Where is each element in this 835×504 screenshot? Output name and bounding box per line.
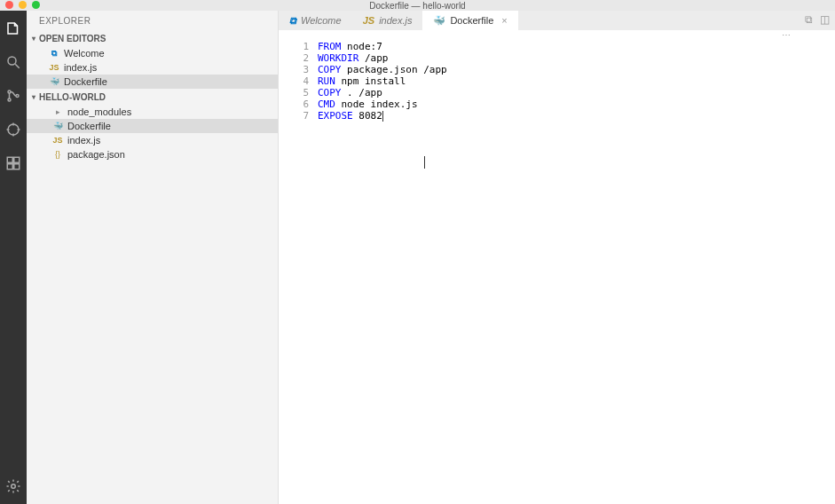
line-number: 6 [279, 98, 309, 110]
explorer-sidebar: EXPLORER ▾ OPEN EDITORS ⧉ Welcome JS ind… [27, 11, 279, 504]
svg-rect-13 [14, 164, 20, 169]
open-editor-indexjs[interactable]: JS index.js [27, 60, 278, 75]
text-cursor [382, 111, 383, 122]
titlebar: Dockerfile — hello-world [0, 0, 835, 11]
svg-point-0 [8, 57, 16, 65]
extensions-icon[interactable] [4, 154, 22, 172]
svg-rect-12 [7, 164, 12, 169]
svg-point-3 [8, 98, 11, 101]
svg-point-2 [8, 91, 11, 93]
svg-line-1 [15, 64, 20, 68]
chevron-down-icon: ▾ [32, 93, 35, 101]
svg-rect-11 [14, 157, 20, 162]
open-editors-header[interactable]: ▾ OPEN EDITORS [27, 30, 278, 46]
file-indexjs[interactable]: JS index.js [27, 133, 278, 147]
code-line: COPY . /app [318, 87, 835, 98]
docker-file-icon: 🐳 [51, 120, 64, 132]
code-line: FROM node:7 [318, 41, 835, 52]
close-tab-icon[interactable]: × [501, 15, 507, 26]
line-gutter: 1 2 3 4 5 6 7 [279, 39, 318, 504]
minimize-window-button[interactable] [19, 1, 27, 9]
tab-bar: ⧉ Welcome JS index.js 🐳 Dockerfile × ⧉ ◫ [279, 11, 835, 30]
item-label: Dockerfile [64, 76, 107, 87]
tab-indexjs[interactable]: JS index.js [352, 11, 423, 30]
svg-point-5 [8, 124, 19, 135]
docker-file-icon: 🐳 [48, 75, 60, 88]
tab-label: Dockerfile [450, 15, 493, 26]
chevron-down-icon: ▾ [32, 35, 35, 43]
code-line: COPY package.json /app [318, 64, 835, 75]
explorer-title: EXPLORER [27, 11, 278, 30]
js-file-icon: JS [48, 61, 60, 74]
open-editor-dockerfile[interactable]: 🐳 Dockerfile [27, 75, 278, 89]
vscode-icon: ⧉ [48, 47, 60, 59]
activity-bar [0, 11, 27, 504]
maximize-window-button[interactable] [32, 1, 40, 9]
item-label: Welcome [64, 48, 105, 59]
item-label: package.json [67, 149, 125, 160]
diff-icon[interactable]: ⧉ [805, 13, 813, 26]
chevron-right-icon: ▸ [51, 106, 64, 118]
tab-label: Welcome [301, 15, 342, 26]
main-layout: EXPLORER ▾ OPEN EDITORS ⧉ Welcome JS ind… [0, 11, 835, 504]
svg-rect-10 [7, 157, 12, 162]
code-line: EXPOSE 8082 [318, 110, 835, 122]
close-window-button[interactable] [5, 1, 13, 9]
search-icon[interactable] [4, 53, 22, 71]
code-content[interactable]: FROM node:7 WORKDIR /app COPY package.js… [318, 39, 835, 504]
window-title: Dockerfile — hello-world [369, 1, 465, 11]
open-editor-welcome[interactable]: ⧉ Welcome [27, 46, 278, 60]
item-label: node_modules [67, 106, 131, 117]
editor-area: ⧉ Welcome JS index.js 🐳 Dockerfile × ⧉ ◫… [279, 11, 835, 504]
traffic-lights [5, 1, 40, 9]
item-label: index.js [67, 135, 100, 146]
item-label: Dockerfile [67, 121, 111, 131]
tab-dockerfile[interactable]: 🐳 Dockerfile × [422, 11, 517, 30]
debug-icon[interactable] [4, 121, 22, 138]
line-number: 7 [279, 110, 309, 122]
file-dockerfile[interactable]: 🐳 Dockerfile [27, 119, 278, 133]
files-icon[interactable] [4, 20, 22, 37]
line-number: 3 [279, 64, 309, 75]
tab-actions: ⧉ ◫ [805, 13, 830, 26]
code-line: CMD node index.js [318, 98, 835, 110]
code-editor[interactable]: 1 2 3 4 5 6 7 FROM node:7 WORKDIR /app C… [279, 39, 835, 504]
settings-gear-icon[interactable] [4, 477, 22, 495]
line-number: 2 [279, 52, 309, 64]
line-number: 5 [279, 87, 309, 98]
tab-welcome[interactable]: ⧉ Welcome [279, 11, 352, 30]
item-label: index.js [64, 62, 97, 73]
project-header[interactable]: ▾ HELLO-WORLD [27, 89, 278, 105]
line-number: 1 [279, 41, 309, 52]
split-editor-icon[interactable]: ◫ [820, 13, 830, 26]
more-icon[interactable]: ⋯ [782, 30, 791, 40]
vscode-icon: ⧉ [289, 15, 296, 27]
js-file-icon: JS [363, 15, 374, 26]
section-label: HELLO-WORLD [39, 92, 106, 102]
tab-label: index.js [379, 15, 412, 26]
code-line: RUN npm install [318, 75, 835, 87]
source-control-icon[interactable] [4, 87, 22, 105]
svg-point-4 [16, 95, 19, 98]
svg-point-14 [12, 484, 16, 489]
section-label: OPEN EDITORS [39, 34, 106, 43]
editor-breadcrumb: ⋯ [279, 30, 835, 39]
docker-file-icon: 🐳 [433, 15, 445, 27]
js-file-icon: JS [51, 134, 64, 146]
secondary-cursor [424, 156, 425, 169]
file-packagejson[interactable]: {} package.json [27, 147, 278, 161]
folder-node-modules[interactable]: ▸ node_modules [27, 105, 278, 119]
line-number: 4 [279, 75, 309, 87]
json-file-icon: {} [51, 148, 64, 161]
code-line: WORKDIR /app [318, 52, 835, 64]
